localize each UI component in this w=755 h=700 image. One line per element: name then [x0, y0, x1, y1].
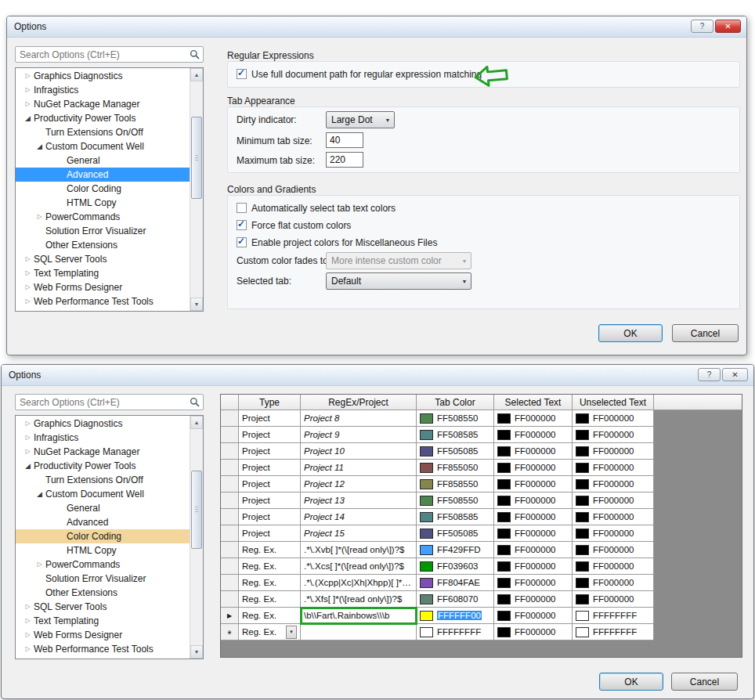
custom-color-fades-dropdown[interactable]: More intense custom color ▼: [326, 252, 471, 269]
expander-collapsed-icon[interactable]: ▷: [23, 69, 33, 83]
selected-text-color-cell[interactable]: FF000000: [494, 509, 573, 525]
expander-collapsed-icon[interactable]: ▷: [34, 210, 45, 224]
expander-collapsed-icon[interactable]: ▷: [23, 445, 33, 459]
regex-project-cell[interactable]: \b\\Fart\.Rainbows\\\b: [301, 608, 417, 624]
type-cell[interactable]: Reg. Ex.▼: [239, 624, 301, 640]
tab-color-cell[interactable]: FF508550: [417, 493, 494, 509]
row-header-cell[interactable]: [221, 476, 239, 493]
row-header-cell[interactable]: [221, 558, 239, 575]
row-header-cell[interactable]: [221, 493, 239, 509]
regex-project-cell[interactable]: Project 15: [301, 525, 417, 542]
tab-color-cell[interactable]: FF429FFD: [417, 542, 494, 558]
tree-item-custom-document-well[interactable]: ◢Custom Document Well: [16, 487, 190, 501]
selected-text-color-cell[interactable]: FF000000: [494, 493, 573, 509]
scroll-up-button[interactable]: ▲: [190, 416, 203, 429]
expander-collapsed-icon[interactable]: ▷: [23, 280, 33, 294]
regex-project-cell[interactable]: Project 13: [301, 493, 417, 509]
max-tab-size-input[interactable]: [326, 152, 363, 168]
scroll-down-button[interactable]: ▼: [190, 645, 203, 659]
tab-color-cell[interactable]: FF608070: [417, 591, 494, 608]
tree-item-color-coding[interactable]: Color Coding: [16, 182, 190, 196]
expander-expanded-icon[interactable]: ◢: [34, 139, 45, 153]
tree-item-productivity-power-tools[interactable]: ◢Productivity Power Tools: [16, 111, 190, 125]
expander-collapsed-icon[interactable]: ▷: [23, 97, 33, 111]
unselected-text-color-cell[interactable]: FF000000: [573, 476, 654, 493]
tree-item-web-performance-test-tools[interactable]: ▷Web Performance Test Tools: [16, 294, 190, 309]
tree-item-graphics-diagnostics[interactable]: ▷Graphics Diagnostics: [16, 69, 190, 83]
regex-project-cell[interactable]: Project 9: [301, 427, 417, 443]
close-button[interactable]: ✕: [715, 20, 741, 33]
tree-item-turn-extensions-on-off[interactable]: Turn Extensions On/Off: [16, 125, 190, 139]
column-header-unselected-text[interactable]: Unselected Text: [573, 395, 654, 410]
tree-item-web-performance-test-tools[interactable]: ▷Web Performance Test Tools: [16, 642, 190, 656]
unselected-text-color-cell[interactable]: FF000000: [573, 427, 654, 443]
tree-item-turn-extensions-on-off[interactable]: Turn Extensions On/Off: [16, 473, 190, 487]
column-header-tab-color[interactable]: Tab Color: [417, 395, 494, 410]
row-header-cell[interactable]: [221, 443, 239, 460]
row-header-cell[interactable]: [221, 427, 239, 443]
regex-project-cell[interactable]: Project 10: [301, 443, 417, 460]
tree-item-infragistics[interactable]: ▷Infragistics: [16, 431, 190, 445]
expander-collapsed-icon[interactable]: ▷: [23, 417, 33, 431]
row-header-cell[interactable]: [221, 575, 239, 591]
tree-item-custom-document-well[interactable]: ◢Custom Document Well: [16, 139, 190, 153]
regex-project-cell[interactable]: .*\.Xfs[ ]*(\[read only\])?$: [301, 591, 417, 608]
tab-color-cell[interactable]: FF508585: [417, 427, 494, 443]
tree-item-powercommands[interactable]: ▷PowerCommands: [16, 557, 190, 572]
tree-item-html-copy[interactable]: HTML Copy: [16, 196, 190, 210]
help-button[interactable]: ?: [698, 368, 721, 381]
tree-item-graphics-diagnostics[interactable]: ▷Graphics Diagnostics: [16, 417, 190, 431]
row-header-cell[interactable]: [221, 542, 239, 558]
expander-collapsed-icon[interactable]: ▷: [23, 656, 33, 659]
search-icon[interactable]: [186, 395, 203, 410]
tab-color-cell[interactable]: FF858550: [417, 476, 494, 493]
unselected-text-color-cell[interactable]: FF000000: [573, 525, 654, 542]
expander-collapsed-icon[interactable]: ▷: [23, 628, 33, 642]
tree-scrollbar[interactable]: ▲ ▼: [190, 416, 203, 659]
titlebar[interactable]: Options ? ✕: [7, 16, 746, 38]
type-cell[interactable]: Reg. Ex.: [239, 591, 301, 608]
close-button[interactable]: ✕: [722, 368, 748, 381]
min-tab-size-input[interactable]: [326, 132, 363, 148]
selected-tab-dropdown[interactable]: Default ▼: [326, 272, 471, 290]
scrollbar-thumb[interactable]: [191, 471, 202, 549]
tree-item-solution-error-visualizer[interactable]: Solution Error Visualizer: [16, 572, 190, 586]
tab-color-cell[interactable]: FF505085: [417, 443, 494, 460]
tree-item-general[interactable]: General: [16, 501, 190, 515]
tree-item-powercommands[interactable]: ▷PowerCommands: [16, 210, 190, 224]
scroll-down-button[interactable]: ▼: [190, 298, 203, 311]
type-cell[interactable]: Project: [239, 525, 301, 542]
expander-collapsed-icon[interactable]: ▷: [23, 431, 33, 445]
ok-button[interactable]: OK: [598, 324, 663, 342]
cancel-button[interactable]: Cancel: [672, 324, 739, 342]
unselected-text-color-cell[interactable]: FF000000: [573, 591, 654, 608]
tree-item-windows-forms-designer[interactable]: ▷Windows Forms Designer: [16, 309, 190, 311]
tree-item-color-coding[interactable]: Color Coding: [16, 529, 190, 543]
expander-collapsed-icon[interactable]: ▷: [23, 642, 33, 656]
regex-project-cell[interactable]: [301, 624, 417, 640]
unselected-text-color-cell[interactable]: FFFFFFFF: [573, 608, 654, 624]
expander-collapsed-icon[interactable]: ▷: [23, 600, 33, 614]
scroll-up-button[interactable]: ▲: [190, 68, 203, 81]
selected-text-color-cell[interactable]: FF000000: [494, 410, 573, 427]
new-row-marker-cell[interactable]: *: [221, 624, 239, 640]
expander-expanded-icon[interactable]: ◢: [23, 459, 33, 473]
regex-project-cell[interactable]: .*\.(Xcpp|Xc|Xh|Xhpp)[ ]*…: [301, 575, 417, 591]
tree-item-web-forms-designer[interactable]: ▷Web Forms Designer: [16, 628, 190, 642]
tree-item-web-forms-designer[interactable]: ▷Web Forms Designer: [16, 280, 190, 294]
tree-scrollbar[interactable]: ▲ ▼: [190, 68, 203, 311]
dirty-indicator-dropdown[interactable]: Large Dot ▼: [326, 111, 395, 128]
unselected-text-color-cell[interactable]: FF000000: [573, 575, 654, 591]
selected-text-color-cell[interactable]: FF000000: [494, 558, 573, 575]
search-input[interactable]: [16, 397, 186, 408]
column-header-selected-text[interactable]: Selected Text: [494, 395, 573, 410]
selected-text-color-cell[interactable]: FF000000: [494, 525, 573, 542]
tree-item-nuget-package-manager[interactable]: ▷NuGet Package Manager: [16, 445, 190, 459]
unselected-text-color-cell[interactable]: FF000000: [573, 542, 654, 558]
selected-text-color-cell[interactable]: FF000000: [494, 624, 573, 640]
tree-item-html-copy[interactable]: HTML Copy: [16, 543, 190, 557]
type-cell[interactable]: Project: [239, 476, 301, 493]
unselected-text-color-cell[interactable]: FF000000: [573, 443, 654, 460]
unselected-text-color-cell[interactable]: FF000000: [573, 558, 654, 575]
type-dropdown-button[interactable]: ▼: [286, 626, 297, 639]
